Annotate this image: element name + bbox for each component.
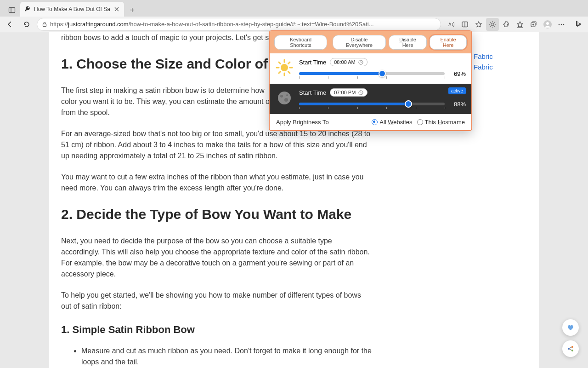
paragraph: For an average-sized bow that's not too …	[61, 128, 373, 161]
apply-brightness-row: Apply Brightness To All Websites This Ho…	[270, 114, 471, 130]
heading-bow-type: 2. Decide the Type of Bow You Want to Ma…	[61, 204, 373, 224]
tab-strip: How To Make A Bow Out Of Sa +	[0, 0, 588, 17]
enable-here-button[interactable]: Enable Here	[430, 35, 467, 50]
refresh-button[interactable]	[20, 18, 33, 31]
svg-line-29	[279, 62, 281, 64]
svg-point-24	[281, 64, 288, 71]
favorite-heart-button[interactable]	[562, 319, 579, 336]
day-time-input[interactable]: 08:00 AM	[330, 58, 367, 66]
svg-line-11	[490, 22, 491, 23]
profile-icon[interactable]	[541, 18, 554, 31]
apply-label: Apply Brightness To	[276, 119, 329, 126]
svg-line-30	[288, 72, 290, 74]
url-text: https://justcraftingaround.com/how-to-ma…	[50, 21, 436, 28]
steps-list: Measure and cut as much ribbon as you ne…	[61, 345, 373, 368]
favorite-star-icon[interactable]	[472, 18, 485, 31]
svg-line-12	[494, 26, 495, 27]
svg-line-13	[490, 26, 491, 27]
all-websites-radio[interactable]: All Websites	[372, 119, 412, 126]
new-tab-button[interactable]: +	[126, 4, 139, 17]
night-brightness-value: 88%	[449, 101, 466, 108]
svg-point-22	[561, 23, 562, 25]
day-brightness-slider[interactable]	[299, 70, 445, 77]
list-item: Measure and cut as much ribbon as you ne…	[81, 345, 373, 368]
svg-line-32	[288, 62, 290, 64]
svg-point-35	[280, 95, 283, 98]
svg-line-42	[570, 347, 572, 348]
popup-header: Keyboard Shortcuts Disable Everywhere Di…	[270, 31, 471, 53]
collections-icon[interactable]	[527, 18, 540, 31]
sun-icon	[275, 58, 294, 77]
toolbar: https://justcraftingaround.com/how-to-ma…	[0, 17, 588, 32]
back-button[interactable]	[4, 18, 17, 31]
day-brightness-value: 69%	[449, 70, 466, 77]
read-aloud-icon[interactable]: A	[445, 18, 458, 31]
tab-actions-button[interactable]	[6, 4, 18, 17]
disable-everywhere-button[interactable]: Disable Everywhere	[333, 35, 386, 50]
svg-point-20	[546, 22, 549, 25]
share-button[interactable]	[562, 340, 579, 357]
paragraph: Next, you need to decide the purpose of …	[61, 236, 373, 280]
svg-line-31	[279, 72, 281, 74]
address-bar[interactable]: https://justcraftingaround.com/how-to-ma…	[37, 18, 441, 31]
svg-point-21	[559, 23, 560, 25]
wrench-icon	[24, 6, 31, 13]
paragraph: To help you get started, we'll be showin…	[61, 290, 373, 312]
clock-icon	[358, 60, 363, 65]
day-settings-row: Start Time 08:00 AM 69%	[270, 53, 471, 84]
night-brightness-slider[interactable]	[299, 100, 445, 108]
browser-chrome: How To Make A Bow Out Of Sa + https://ju…	[0, 0, 588, 32]
sidebar-link[interactable]: Fabric	[474, 52, 493, 60]
subheading-simple-bow: 1. Simple Satin Ribbon Bow	[61, 322, 373, 337]
favorites-bar-icon[interactable]	[514, 18, 526, 31]
this-hostname-radio[interactable]: This Hostname	[417, 119, 465, 126]
browser-tab[interactable]: How To Make A Bow Out Of Sa	[20, 2, 124, 17]
svg-text:A: A	[448, 22, 452, 27]
reader-icon[interactable]	[458, 18, 471, 31]
svg-point-36	[284, 98, 288, 102]
more-icon[interactable]	[555, 18, 568, 31]
night-settings-row: active Start Time 07:00 PM	[270, 84, 471, 114]
bing-icon[interactable]	[571, 18, 584, 31]
start-time-label: Start Time	[299, 89, 326, 96]
svg-rect-0	[9, 8, 15, 13]
disable-here-button[interactable]: Disable Here	[389, 35, 427, 50]
svg-point-34	[278, 92, 291, 104]
active-badge: active	[448, 87, 466, 94]
svg-rect-2	[43, 24, 46, 27]
svg-point-37	[286, 94, 288, 96]
clock-icon	[358, 90, 363, 95]
moon-icon	[275, 89, 294, 107]
svg-point-23	[563, 23, 565, 25]
night-time-input[interactable]: 07:00 PM	[330, 88, 368, 97]
brightness-extension-popup: Keyboard Shortcuts Disable Everywhere Di…	[269, 30, 472, 131]
svg-line-43	[570, 349, 572, 350]
start-time-label: Start Time	[299, 59, 326, 66]
extensions-icon[interactable]	[500, 18, 513, 31]
svg-line-14	[494, 22, 495, 23]
lock-icon	[42, 22, 47, 27]
close-tab-icon[interactable]	[113, 6, 120, 13]
tab-title: How To Make A Bow Out Of Sa	[34, 6, 110, 12]
brightness-extension-icon[interactable]	[486, 18, 499, 31]
keyboard-shortcuts-button[interactable]: Keyboard Shortcuts	[274, 35, 327, 50]
sidebar-links: Fabric Fabric	[474, 52, 493, 74]
sidebar-link[interactable]: Fabric	[474, 63, 493, 71]
svg-point-6	[491, 23, 494, 26]
paragraph: You may want to cut a few extra inches o…	[61, 172, 373, 194]
